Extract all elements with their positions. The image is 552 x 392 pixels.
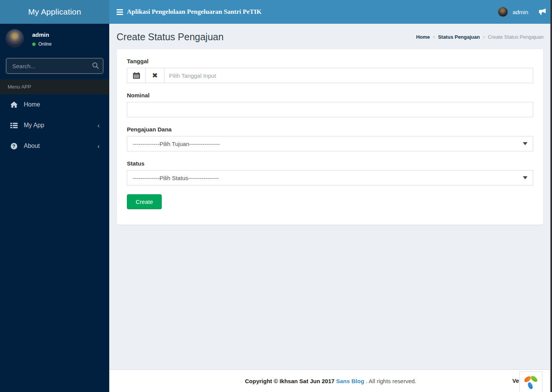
sidebar-item-label: Home: [24, 101, 100, 108]
main-content: Create Status Pengajuan Home > Status Pe…: [109, 24, 552, 392]
sidebar-item-home[interactable]: Home: [0, 94, 109, 115]
navbar-username: admin: [513, 9, 528, 15]
search-input[interactable]: [6, 58, 104, 74]
chevron-left-icon: ‹: [97, 143, 100, 149]
sidebar-search: [6, 58, 104, 74]
pengajuan-dana-selected-value: --------------Pilih Tujuan--------------…: [133, 141, 220, 147]
breadcrumb-status-pengajuan[interactable]: Status Pengajuan: [438, 34, 480, 40]
footer-rights-text: . All rights reserved.: [364, 378, 416, 384]
chevron-left-icon: ‹: [97, 122, 100, 129]
footer-version-text: Ve: [512, 377, 519, 384]
user-menu[interactable]: admin: [498, 7, 528, 17]
sidebar-menu: Home My App ‹ ?: [0, 94, 109, 156]
sidebar-item-label: My App: [24, 122, 97, 129]
status-selected-value: --------------Pilih Status--------------…: [133, 175, 219, 181]
sidebar-user-panel: admin Online: [0, 24, 109, 51]
breadcrumb-current: Create Status Pengajuan: [488, 34, 544, 40]
sidebar-item-label: About: [24, 143, 97, 149]
breadcrumb-separator: >: [483, 34, 485, 40]
footer-copyright-text: Copyright © Ikhsan Sat Jun 2017: [245, 378, 335, 384]
status-select[interactable]: --------------Pilih Status--------------…: [127, 170, 533, 185]
breadcrumb-separator: >: [433, 34, 435, 40]
tanggal-input[interactable]: [164, 68, 533, 83]
app-title: Aplikasi Pengelolaan Pengeluaran Santri …: [127, 8, 261, 16]
search-icon[interactable]: [92, 62, 99, 69]
footer-blog-link[interactable]: Sans Blog: [336, 378, 364, 384]
dropdown-caret-icon: [523, 142, 527, 145]
sidebar-username: admin: [32, 31, 52, 38]
sidebar-section-header: Menu APP: [0, 79, 109, 94]
clear-date-icon[interactable]: ✖: [146, 68, 164, 83]
footer-copyright: Copyright © Ikhsan Sat Jun 2017 Sans Blo…: [245, 378, 416, 384]
form-card: Tanggal: [117, 49, 544, 225]
online-status-dot: [32, 43, 36, 46]
footer: Copyright © Ikhsan Sat Jun 2017 Sans Blo…: [109, 369, 552, 392]
calendar-icon[interactable]: [127, 68, 146, 83]
petal-logo-icon: [523, 374, 539, 390]
pengajuan-dana-select[interactable]: --------------Pilih Tujuan--------------…: [127, 136, 533, 151]
question-icon: ?: [9, 143, 18, 149]
dropdown-caret-icon: [523, 176, 527, 179]
navbar: Aplikasi Pengelolaan Pengeluaran Santri …: [109, 0, 552, 24]
status-label: Status: [127, 160, 533, 167]
megaphone-icon[interactable]: [538, 8, 547, 16]
create-button[interactable]: Create: [127, 194, 162, 209]
online-status-label: Online: [38, 41, 52, 47]
sidebar-toggle-icon[interactable]: [109, 0, 125, 24]
top-header: My Application Aplikasi Pengelolaan Peng…: [0, 0, 552, 24]
avatar: [6, 29, 24, 47]
sidebar: admin Online Menu APP: [0, 24, 109, 392]
brand-logo[interactable]: My Application: [0, 0, 109, 24]
avatar: [498, 7, 508, 17]
pengajuan-dana-label: Pengajuan Dana: [127, 126, 533, 133]
breadcrumb: Home > Status Pengajuan > Create Status …: [416, 34, 544, 40]
list-icon: [9, 123, 18, 128]
nominal-input[interactable]: [127, 102, 533, 117]
tanggal-label: Tanggal: [127, 58, 533, 64]
breadcrumb-home[interactable]: Home: [416, 34, 430, 40]
scrollbar-thumb[interactable]: [550, 0, 552, 392]
sidebar-item-about[interactable]: ? About ‹: [0, 136, 109, 156]
sidebar-item-my-app[interactable]: My App ‹: [0, 115, 109, 136]
tanggal-input-group: ✖: [127, 68, 533, 83]
home-icon: [9, 102, 18, 108]
nominal-label: Nominal: [127, 92, 533, 98]
overlay-logo-box: [519, 371, 542, 392]
